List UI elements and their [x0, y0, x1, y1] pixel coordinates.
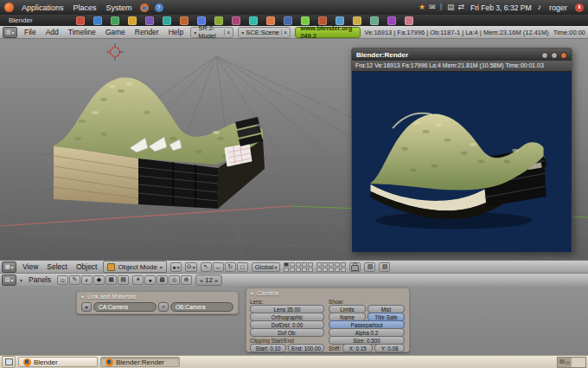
layer-toggle[interactable]: [341, 268, 346, 272]
orientation-dropdown[interactable]: Global ▾: [252, 262, 281, 272]
pivot-dropdown[interactable]: ⊙ ▾: [185, 262, 197, 272]
window-type-button[interactable]: ▥ ▾: [3, 27, 17, 38]
updates-icon[interactable]: ★: [419, 0, 425, 15]
clip-start-button[interactable]: Start: 0.10: [250, 344, 286, 352]
launcher-icon[interactable]: [128, 16, 137, 25]
render-preview-button[interactable]: ▧: [364, 262, 375, 272]
workspace-1[interactable]: [558, 358, 572, 367]
layer-toggle[interactable]: [335, 262, 340, 267]
object-icon[interactable]: ◆: [93, 275, 105, 285]
frame-decrement-icon[interactable]: ◂: [200, 277, 202, 283]
layer-toggle[interactable]: [296, 268, 301, 272]
mail-icon[interactable]: ✉: [429, 0, 436, 15]
scene-icon[interactable]: ▤: [118, 275, 129, 285]
browse-camera-button[interactable]: ▾: [81, 302, 92, 312]
launcher-icon[interactable]: [163, 16, 171, 25]
menu-applications[interactable]: Applications: [20, 3, 66, 12]
render-border-button[interactable]: ▨: [379, 262, 390, 272]
manipulator-hand-icon[interactable]: ↖: [201, 262, 212, 272]
render-canvas[interactable]: [352, 72, 572, 252]
launcher-icon[interactable]: [76, 16, 85, 25]
world-icon[interactable]: ⊕: [181, 275, 192, 285]
viewport-window-type-button[interactable]: ▦ ▾: [2, 261, 16, 273]
version-button[interactable]: www.blender.org 249.2: [295, 27, 360, 38]
frame-number-field[interactable]: ◂ 12 ▸: [195, 274, 222, 286]
layer-toggle[interactable]: [323, 268, 328, 272]
panel-collapse-icon[interactable]: ▼: [80, 294, 85, 300]
menu-help[interactable]: Help: [166, 28, 186, 36]
launcher-icon[interactable]: [370, 16, 379, 25]
logic-icon[interactable]: ☺: [57, 275, 68, 285]
launcher-icon[interactable]: [336, 16, 344, 25]
layer-toggle[interactable]: [302, 268, 307, 272]
buttons-window-type-button[interactable]: ▤ ▾: [2, 274, 16, 286]
launcher-icon[interactable]: [249, 16, 258, 25]
close-button[interactable]: [560, 52, 567, 59]
panel-collapse-icon[interactable]: ▼: [250, 291, 254, 296]
help-icon[interactable]: ?: [155, 3, 163, 12]
menu-game[interactable]: Game: [103, 28, 128, 36]
workspace-2[interactable]: [572, 358, 585, 367]
layer-toggle[interactable]: [284, 268, 289, 272]
lock-button[interactable]: [349, 262, 361, 272]
layer-toggle[interactable]: [341, 262, 346, 267]
bluetooth-icon[interactable]: ᛒ: [439, 0, 444, 15]
maximize-button[interactable]: [551, 52, 558, 59]
layer-toggle[interactable]: [308, 268, 313, 272]
layer-toggle[interactable]: [296, 262, 301, 267]
minimize-button[interactable]: [541, 52, 548, 59]
menu-places[interactable]: Places: [72, 3, 99, 12]
menu-view[interactable]: View: [20, 262, 41, 271]
draw-type-dropdown[interactable]: ● ▾: [170, 262, 182, 272]
launcher-icon[interactable]: [197, 16, 206, 25]
scene-delete-icon[interactable]: ×: [281, 29, 287, 36]
mode-dropdown[interactable]: Object Mode ▾: [103, 261, 166, 273]
launcher-icon[interactable]: [111, 16, 119, 25]
screen-selector[interactable]: ▾ SR:2-Model ×: [190, 27, 233, 38]
panel-header[interactable]: ▼ Link and Materials: [76, 291, 239, 300]
texture-icon[interactable]: ▩: [157, 275, 168, 285]
network-icon[interactable]: ⇄: [458, 0, 465, 15]
show-desktop-button[interactable]: [2, 356, 16, 368]
launcher-icon[interactable]: [232, 16, 240, 25]
menu-render[interactable]: Render: [132, 28, 162, 36]
menu-select[interactable]: Select: [44, 262, 70, 271]
shift-y-button[interactable]: Y: 0.08: [374, 344, 405, 352]
taskbar-window-blender[interactable]: Blender: [18, 357, 98, 367]
object-name-field[interactable]: OB:Camera: [170, 302, 233, 312]
layer-toggle[interactable]: [329, 262, 334, 267]
shading-icon[interactable]: ◐: [81, 275, 93, 285]
power-icon[interactable]: [575, 3, 584, 12]
layer-toggle[interactable]: [329, 268, 334, 272]
layer-toggle[interactable]: [284, 262, 289, 267]
clip-end-button[interactable]: End: 100.00: [288, 344, 324, 352]
layer-toggle[interactable]: [316, 262, 322, 267]
menu-file[interactable]: File: [22, 28, 39, 36]
launcher-icon[interactable]: [214, 16, 223, 25]
menu-system[interactable]: System: [105, 3, 134, 12]
launcher-icon[interactable]: [284, 16, 292, 25]
layer-toggle[interactable]: [290, 268, 295, 272]
panels-collapse-icon[interactable]: ▾: [20, 277, 22, 283]
ubuntu-logo-icon[interactable]: [4, 3, 14, 12]
manipulator-scale-icon[interactable]: □: [237, 262, 248, 272]
launcher-icon[interactable]: [387, 16, 396, 25]
launcher-icon[interactable]: [93, 16, 102, 25]
menu-add[interactable]: Add: [43, 28, 61, 36]
layer-toggle[interactable]: [302, 262, 307, 267]
layer-toggle[interactable]: [308, 262, 313, 267]
user-menu[interactable]: roger: [547, 3, 569, 12]
scene-selector[interactable]: ▾ SCE:Scene ×: [238, 27, 291, 38]
launcher-icon[interactable]: [145, 16, 154, 25]
script-icon[interactable]: ✎: [69, 275, 80, 285]
launcher-icon[interactable]: [266, 16, 275, 25]
radiosity-icon[interactable]: ◎: [169, 275, 180, 285]
dof-object-field[interactable]: Dof Ob:: [250, 328, 324, 337]
launcher-icon[interactable]: [353, 16, 361, 25]
launcher-icon[interactable]: [301, 16, 310, 25]
shift-x-button[interactable]: X: 0.15: [342, 344, 373, 352]
menu-object[interactable]: Object: [74, 262, 100, 271]
firefox-icon[interactable]: [140, 3, 149, 12]
editing-icon[interactable]: ▦: [105, 275, 117, 285]
unlink-camera-button[interactable]: ×: [158, 302, 169, 312]
